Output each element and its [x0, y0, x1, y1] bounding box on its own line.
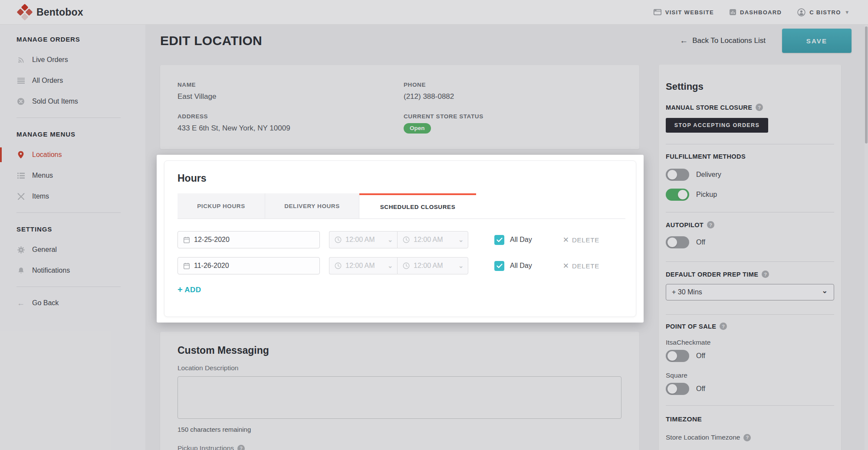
default-prep-time-label: DEFAULT ORDER PREP TIME ? — [666, 271, 834, 278]
sidebar-item-items[interactable]: Items — [16, 186, 145, 207]
scrollbar-thumb[interactable] — [865, 26, 868, 143]
closure-time-range: 12:00 AM ⌄ 12:00 AM ⌄ — [329, 231, 468, 248]
active-indicator — [0, 147, 2, 162]
phone-label: PHONE — [404, 82, 639, 88]
store-timezone-text: Store Location Timezone — [666, 434, 740, 441]
divider — [666, 212, 834, 212]
custom-messaging-title: Custom Messaging — [178, 345, 639, 356]
visit-website-label: VISIT WEBSITE — [665, 9, 714, 16]
square-toggle[interactable] — [666, 383, 689, 395]
divider — [666, 314, 834, 315]
help-icon[interactable]: ? — [743, 434, 751, 441]
plus-icon: + — [178, 285, 183, 295]
bell-icon — [16, 267, 25, 274]
checkbox-checked-icon[interactable] — [494, 235, 504, 245]
sidebar-item-menus[interactable]: Menus — [16, 165, 145, 186]
itsacheckmate-toggle[interactable] — [666, 350, 689, 362]
sidebar-item-label: General — [32, 246, 57, 254]
sidebar-divider — [16, 287, 121, 287]
closure-row: 12:00 AM ⌄ 12:00 AM ⌄ All D — [178, 257, 625, 274]
add-closure-button[interactable]: + ADD — [178, 285, 217, 295]
closure-date-field[interactable] — [178, 257, 320, 274]
settings-panel: Settings MANUAL STORE CLOSURE ? STOP ACC… — [659, 65, 841, 450]
visit-website-link[interactable]: VISIT WEBSITE — [654, 9, 714, 16]
delete-closure-button[interactable]: ✕ DELETE — [563, 261, 599, 271]
circle-x-icon — [16, 98, 25, 105]
sidebar-item-locations[interactable]: Locations — [16, 144, 145, 165]
hours-spotlight-panel: Hours PICKUP HOURS DELIVERY HOURS SCHEDU… — [157, 155, 644, 323]
autopilot-text: AUTOPILOT — [666, 222, 704, 228]
dashboard-link[interactable]: DASHBOARD — [730, 9, 782, 16]
closure-row: 12:00 AM ⌄ 12:00 AM ⌄ All D — [178, 231, 625, 248]
divider — [666, 405, 834, 406]
page-header: EDIT LOCATION ← Back To Locations List S… — [160, 29, 852, 53]
name-label: NAME — [178, 82, 404, 88]
close-x-icon: ✕ — [563, 235, 569, 245]
clock-icon — [403, 262, 410, 269]
autopilot-toggle[interactable] — [666, 236, 689, 248]
end-time-select[interactable]: 12:00 AM ⌄ — [397, 257, 468, 274]
help-icon[interactable]: ? — [237, 445, 245, 450]
sidebar-item-live-orders[interactable]: Live Orders — [16, 49, 145, 70]
user-icon — [797, 8, 806, 16]
account-menu[interactable]: C BISTRO ▾ — [797, 8, 849, 16]
divider — [666, 144, 834, 144]
all-day-toggle[interactable]: All Day — [494, 235, 532, 245]
phone-value: (212) 388-0882 — [404, 92, 639, 101]
fulfillment-methods-label: FULFILLMENT METHODS — [666, 153, 834, 160]
back-to-locations-link[interactable]: ← Back To Locations List — [680, 36, 766, 46]
help-icon[interactable]: ? — [707, 221, 714, 228]
sidebar-section-manage-menus: MANAGE MENUS — [16, 124, 145, 144]
calendar-icon — [184, 237, 190, 243]
sidebar-go-back[interactable]: ← Go Back — [16, 293, 145, 313]
itsacheckmate-toggle-row: Off — [666, 350, 834, 362]
sidebar-item-notifications[interactable]: Notifications — [16, 260, 145, 281]
sidebar-item-general[interactable]: General — [16, 239, 145, 260]
prep-time-select[interactable]: + 30 Mins ⌄ — [666, 284, 834, 300]
help-icon[interactable]: ? — [762, 271, 769, 278]
delete-closure-button[interactable]: ✕ DELETE — [563, 235, 599, 245]
start-time-value: 12:00 AM — [345, 236, 384, 244]
gear-icon — [16, 246, 25, 254]
end-time-select[interactable]: 12:00 AM ⌄ — [397, 231, 468, 248]
sidebar-item-all-orders[interactable]: All Orders — [16, 70, 145, 91]
delivery-toggle[interactable] — [666, 169, 689, 181]
save-button[interactable]: SAVE — [782, 29, 852, 53]
checkbox-checked-icon[interactable] — [494, 261, 504, 271]
start-time-select[interactable]: 12:00 AM ⌄ — [329, 257, 397, 274]
location-description-textarea[interactable] — [178, 376, 621, 419]
pickup-label: Pickup — [696, 191, 717, 199]
help-icon[interactable]: ? — [720, 323, 727, 330]
help-icon[interactable]: ? — [756, 104, 763, 111]
sidebar: MANAGE ORDERS Live Orders All Orders Sol… — [0, 25, 145, 450]
bentobox-logo[interactable]: Bentobox — [17, 4, 83, 20]
point-of-sale-text: POINT OF SALE — [666, 323, 716, 330]
topbar-right: VISIT WEBSITE DASHBOARD C BISTRO ▾ — [654, 8, 849, 16]
info-left-column: NAME East Village ADDRESS 433 E 6th St, … — [178, 82, 404, 149]
close-x-icon: ✕ — [563, 261, 569, 271]
pos-integration-name: Square — [666, 372, 834, 379]
map-pin-icon — [16, 151, 25, 159]
closure-date-field[interactable] — [178, 231, 320, 248]
square-state: Off — [696, 385, 705, 393]
app-root: Bentobox VISIT WEBSITE DASHBOARD C BISTR… — [0, 0, 868, 450]
page-title: EDIT LOCATION — [160, 33, 262, 48]
closure-date-input[interactable] — [194, 236, 298, 244]
tab-scheduled-closures[interactable]: SCHEDULED CLOSURES — [359, 193, 476, 218]
tab-pickup-hours[interactable]: PICKUP HOURS — [178, 193, 265, 218]
chevron-down-icon: ⌄ — [458, 264, 464, 268]
tab-delivery-hours[interactable]: DELIVERY HOURS — [265, 193, 359, 218]
sidebar-divider — [16, 212, 121, 213]
scrollbar[interactable] — [865, 25, 868, 450]
list-icon — [16, 78, 25, 84]
stop-accepting-orders-button[interactable]: STOP ACCEPTING ORDERS — [666, 118, 768, 133]
start-time-select[interactable]: 12:00 AM ⌄ — [329, 231, 397, 248]
pickup-toggle[interactable] — [666, 189, 689, 201]
sidebar-item-sold-out-items[interactable]: Sold Out Items — [16, 91, 145, 112]
closure-date-input[interactable] — [194, 262, 298, 270]
chevron-down-icon: ▾ — [846, 9, 849, 15]
pickup-instructions-label: Pickup Instructions ? — [178, 444, 639, 450]
all-day-toggle[interactable]: All Day — [494, 261, 532, 271]
sidebar-item-label: Items — [32, 192, 49, 200]
sidebar-item-label: Menus — [32, 172, 53, 179]
